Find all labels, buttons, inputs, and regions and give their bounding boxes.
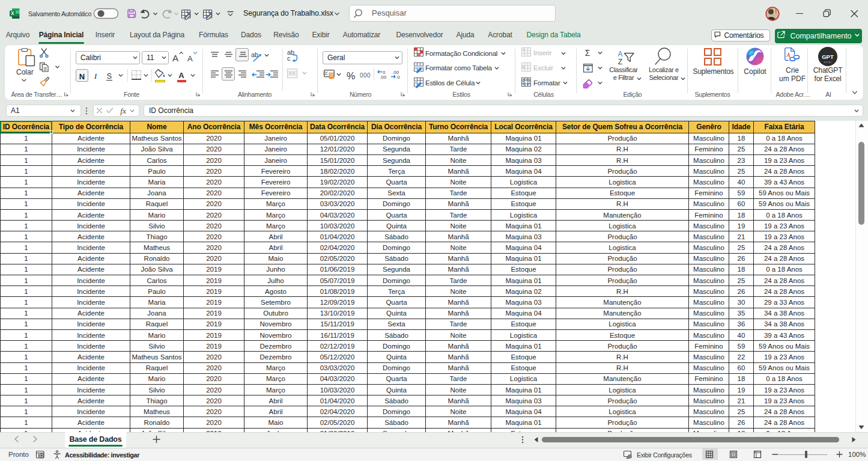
svg-text:A: A xyxy=(786,52,790,58)
svg-text:X: X xyxy=(11,10,14,16)
svg-text:Formatação Condicional: Formatação Condicional xyxy=(425,49,497,57)
svg-text:Excluir: Excluir xyxy=(533,64,553,72)
svg-text:c: c xyxy=(287,55,291,62)
svg-text:I: I xyxy=(94,72,98,81)
svg-text:- EXCEL -: - EXCEL - xyxy=(822,61,834,64)
svg-text:S: S xyxy=(107,72,112,81)
svg-text:Formatar: Formatar xyxy=(533,79,560,87)
svg-text:Estilos de Célula: Estilos de Célula xyxy=(425,79,475,87)
svg-text:Formatar como Tabela: Formatar como Tabela xyxy=(425,64,493,72)
svg-text:Σ: Σ xyxy=(585,48,590,58)
svg-text:Inserir: Inserir xyxy=(533,49,552,56)
svg-text:A: A xyxy=(178,71,184,80)
svg-text:fx: fx xyxy=(120,106,126,115)
svg-text:Z: Z xyxy=(618,58,622,66)
svg-text:N: N xyxy=(79,72,85,81)
svg-text:000: 000 xyxy=(360,72,371,79)
svg-text:.00: .00 xyxy=(380,75,387,80)
svg-text:GPT: GPT xyxy=(822,53,834,60)
svg-text:A: A xyxy=(172,53,178,63)
svg-text:A: A xyxy=(618,50,622,58)
svg-text:%: % xyxy=(347,71,355,81)
svg-text:.0: .0 xyxy=(396,75,400,80)
svg-text:A: A xyxy=(187,54,193,63)
